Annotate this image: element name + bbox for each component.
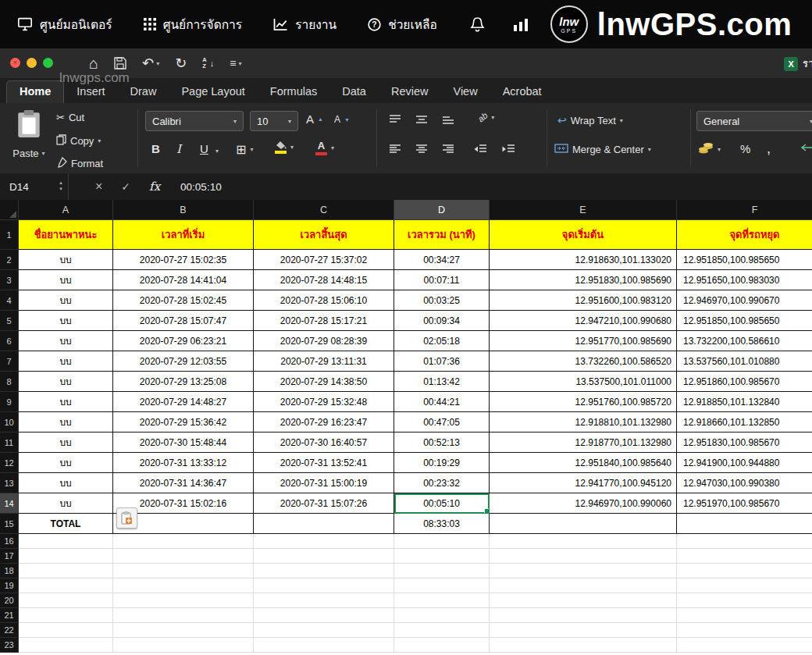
site-logo[interactable]: lnw GPS <box>550 5 588 43</box>
cell-D4[interactable]: 00:03:25 <box>394 290 490 311</box>
row-header-18[interactable]: 18 <box>0 564 19 578</box>
cell-B13[interactable]: 2020-07-31 14:36:47 <box>113 473 254 493</box>
increase-indent-button[interactable] <box>501 144 515 157</box>
row-header-19[interactable]: 19 <box>0 578 19 593</box>
cell-A10[interactable]: บบ <box>19 412 113 433</box>
cell-A15[interactable]: TOTAL <box>19 514 113 534</box>
cell-C6[interactable]: 2020-07-29 08:28:39 <box>254 331 394 351</box>
cell-E20[interactable] <box>490 593 677 608</box>
cell-F2[interactable]: 12.951850,100.985650 <box>677 250 812 270</box>
confirm-entry-icon[interactable]: ✓ <box>121 180 130 193</box>
cell-F1[interactable]: จุดที่รถหยุด <box>677 220 812 250</box>
row-header-22[interactable]: 22 <box>0 623 19 638</box>
cell-D23[interactable] <box>394 638 490 653</box>
cell-F9[interactable]: 12.918850,101.132840 <box>677 392 812 412</box>
row-header-3[interactable]: 3 <box>0 270 19 290</box>
decrease-font-size-button[interactable]: A▼ <box>334 114 350 125</box>
copy-button[interactable]: Copy ▾ <box>56 134 101 148</box>
undo-button[interactable]: ↶▾ <box>142 55 159 72</box>
column-header-B[interactable]: B <box>113 200 254 220</box>
cell-C11[interactable]: 2020-07-30 16:40:57 <box>254 433 394 453</box>
bold-button[interactable]: B <box>151 142 160 155</box>
nav-item-monitor[interactable]: ศูนย์มอนิเตอร์ <box>17 15 112 34</box>
tab-acrobat[interactable]: Acrobat <box>490 81 554 103</box>
font-size-dropdown-icon[interactable]: ▾ <box>288 118 291 125</box>
cell-D14[interactable]: 00:05:10 <box>394 493 490 514</box>
align-right-button[interactable] <box>442 144 454 157</box>
cell-E15[interactable] <box>490 514 677 534</box>
cell-F18[interactable] <box>677 564 812 578</box>
cell-B11[interactable]: 2020-07-30 15:48:44 <box>113 433 254 453</box>
cell-B19[interactable] <box>113 578 254 593</box>
cell-D3[interactable]: 00:07:11 <box>394 270 490 290</box>
cell-B23[interactable] <box>113 638 254 653</box>
cell-F22[interactable] <box>677 623 812 638</box>
paste-button[interactable]: Paste ▾ <box>6 109 52 159</box>
row-header-4[interactable]: 4 <box>0 290 19 311</box>
cell-B3[interactable]: 2020-07-28 14:41:04 <box>113 270 254 290</box>
cell-F16[interactable] <box>677 534 812 549</box>
paste-options-button[interactable] <box>116 507 137 529</box>
align-middle-button[interactable] <box>415 114 428 127</box>
cell-F4[interactable]: 12.946970,100.990670 <box>677 290 812 311</box>
cell-F14[interactable]: 12.951970,100.985670 <box>677 493 812 514</box>
cell-E1[interactable]: จุดเริ่มต้น <box>490 220 677 250</box>
cell-C9[interactable]: 2020-07-29 15:32:48 <box>254 392 394 412</box>
cell-F23[interactable] <box>677 638 812 653</box>
cell-E11[interactable]: 12.918770,101.132980 <box>490 433 677 453</box>
cell-E21[interactable] <box>490 608 677 623</box>
cell-D1[interactable]: เวลารวม (นาที) <box>394 220 490 250</box>
cell-F19[interactable] <box>677 578 812 593</box>
tab-data[interactable]: Data <box>329 81 379 103</box>
cell-A12[interactable]: บบ <box>19 453 113 473</box>
cell-C17[interactable] <box>254 549 394 564</box>
cell-D17[interactable] <box>394 549 490 564</box>
tab-view[interactable]: View <box>440 81 490 103</box>
row-header-15[interactable]: 15 <box>0 514 19 534</box>
cell-E9[interactable]: 12.951760,100.985720 <box>490 392 677 412</box>
cell-F8[interactable]: 12.951860,100.985670 <box>677 372 812 392</box>
cell-A8[interactable]: บบ <box>19 372 113 392</box>
close-window-button[interactable]: × <box>10 58 20 68</box>
row-header-10[interactable]: 10 <box>0 412 19 433</box>
row-header-11[interactable]: 11 <box>0 433 19 453</box>
cell-C8[interactable]: 2020-07-29 14:38:50 <box>254 372 394 392</box>
column-header-D[interactable]: D <box>394 200 490 220</box>
formula-bar-value[interactable]: 00:05:10 <box>180 181 222 193</box>
cell-A20[interactable] <box>19 593 113 608</box>
merge-center-button[interactable]: Merge & Center ▾ <box>554 144 651 155</box>
column-header-E[interactable]: E <box>490 200 677 220</box>
notifications-bell-icon[interactable] <box>470 16 485 33</box>
cell-A18[interactable] <box>19 564 113 578</box>
cell-F21[interactable] <box>677 608 812 623</box>
cell-B1[interactable]: เวลาที่เริ่ม <box>113 220 254 250</box>
row-header-7[interactable]: 7 <box>0 351 19 372</box>
cell-B21[interactable] <box>113 608 254 623</box>
cell-A3[interactable]: บบ <box>19 270 113 290</box>
row-header-23[interactable]: 23 <box>0 638 19 653</box>
percent-style-button[interactable]: % <box>740 142 750 155</box>
cell-B4[interactable]: 2020-07-28 15:02:45 <box>113 290 254 311</box>
cell-F12[interactable]: 12.941900,100.944880 <box>677 453 812 473</box>
cell-B8[interactable]: 2020-07-29 13:25:08 <box>113 372 254 392</box>
comma-style-button[interactable]: , <box>767 141 771 157</box>
cell-A19[interactable] <box>19 578 113 593</box>
cell-F10[interactable]: 12.918660,101.132850 <box>677 412 812 433</box>
cell-E5[interactable]: 12.947210,100.990680 <box>490 311 677 331</box>
cell-E8[interactable]: 13.537500,101.011000 <box>490 372 677 392</box>
cell-C7[interactable]: 2020-07-29 13:11:31 <box>254 351 394 372</box>
cell-F15[interactable] <box>677 514 812 534</box>
align-center-button[interactable] <box>415 144 428 157</box>
cell-D9[interactable]: 00:44:21 <box>394 392 490 412</box>
format-painter-button[interactable]: Format <box>56 157 103 170</box>
cell-F11[interactable]: 12.951830,100.985670 <box>677 433 812 453</box>
decrease-indent-button[interactable] <box>473 144 487 157</box>
cell-C5[interactable]: 2020-07-28 15:17:21 <box>254 311 394 331</box>
underline-dropdown-icon[interactable]: ▾ <box>215 148 219 155</box>
cell-D21[interactable] <box>394 608 490 623</box>
row-header-5[interactable]: 5 <box>0 311 19 331</box>
nav-item-help[interactable]: ?ช่วยเหลือ <box>368 15 437 34</box>
cell-E7[interactable]: 13.732260,100.586520 <box>490 351 677 372</box>
cell-C23[interactable] <box>254 638 394 653</box>
cell-B6[interactable]: 2020-07-29 06:23:21 <box>113 331 254 351</box>
